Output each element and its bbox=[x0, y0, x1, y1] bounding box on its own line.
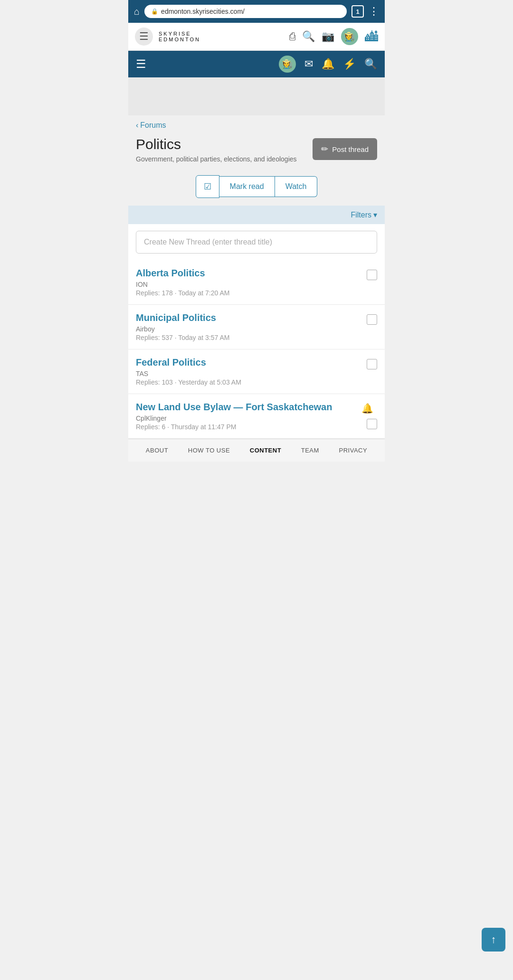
activity-icon[interactable]: ⚡ bbox=[343, 58, 356, 70]
action-buttons: ☑ Mark read Watch bbox=[128, 170, 385, 206]
thread-meta: Replies: 103 · Yesterday at 5:03 AM bbox=[136, 378, 367, 386]
new-thread-input[interactable] bbox=[136, 231, 377, 254]
edit-icon: ✏ bbox=[321, 144, 328, 154]
breadcrumb-forums-link[interactable]: Forums bbox=[140, 121, 166, 130]
tab-count[interactable]: 1 bbox=[352, 5, 364, 18]
thread-meta: Replies: 178 · Today at 7:20 AM bbox=[136, 289, 367, 297]
forum-title: Politics bbox=[136, 136, 297, 152]
thread-checkbox[interactable] bbox=[367, 270, 377, 280]
thread-actions bbox=[367, 357, 377, 369]
breadcrumb-back-icon: ‹ bbox=[136, 121, 138, 130]
filters-chevron-icon: ▾ bbox=[373, 210, 377, 219]
thread-actions bbox=[367, 312, 377, 325]
thread-author: Airboy bbox=[136, 325, 367, 333]
thread-title-federal[interactable]: Federal Politics bbox=[136, 357, 367, 368]
check-all-button[interactable]: ☑ bbox=[196, 175, 219, 198]
camera-icon[interactable]: 📷 bbox=[322, 30, 334, 43]
site-name: SKYRISE bbox=[159, 31, 284, 37]
forum-subtitle: Government, political parties, elections… bbox=[136, 155, 297, 163]
main-content: ‹ Forums Politics Government, political … bbox=[128, 115, 385, 439]
thread-title-bylaw[interactable]: New Land Use Bylaw — Fort Saskatchewan bbox=[136, 402, 361, 413]
user-avatar[interactable]: 🧑‍🌾 bbox=[341, 28, 358, 45]
footer-content-link[interactable]: CONTENT bbox=[250, 447, 281, 454]
nav-icons: 🧑‍🌾 ✉ 🔔 ⚡ 🔍 bbox=[279, 56, 377, 73]
mark-read-button[interactable]: Mark read bbox=[219, 176, 275, 197]
home-icon[interactable]: ⌂ bbox=[134, 6, 140, 17]
thread-meta: Replies: 6 · Thursday at 11:47 PM bbox=[136, 423, 361, 431]
ad-banner bbox=[128, 77, 385, 115]
thread-list: Alberta Politics ION Replies: 178 · Toda… bbox=[128, 260, 385, 439]
footer-about-link[interactable]: ABOUT bbox=[146, 447, 168, 454]
messages-icon[interactable]: ✉ bbox=[304, 58, 313, 70]
nav-bar: ☰ 🧑‍🌾 ✉ 🔔 ⚡ 🔍 bbox=[128, 51, 385, 77]
url-bar[interactable]: 🔒 edmonton.skyrisecities.com/ bbox=[144, 5, 347, 18]
header-icons: ⎙ 🔍 📷 🧑‍🌾 🏙 bbox=[289, 28, 378, 45]
thread-item: Alberta Politics ION Replies: 178 · Toda… bbox=[128, 260, 385, 305]
nav-avatar[interactable]: 🧑‍🌾 bbox=[279, 56, 296, 73]
thread-actions: 🔔 bbox=[361, 402, 377, 429]
nav-menu-icon[interactable]: ☰ bbox=[136, 57, 146, 71]
search-area bbox=[128, 224, 385, 260]
forum-header: Politics Government, political parties, … bbox=[128, 132, 385, 170]
filters-label: Filters bbox=[351, 211, 371, 219]
post-thread-label: Post thread bbox=[332, 145, 369, 153]
filters-bar: Filters ▾ bbox=[128, 206, 385, 224]
thread-content: Alberta Politics ION Replies: 178 · Toda… bbox=[136, 268, 367, 297]
notification-bell-icon[interactable]: 🔔 bbox=[361, 403, 373, 414]
thread-checkbox[interactable] bbox=[367, 314, 377, 325]
share-icon[interactable]: ⎙ bbox=[289, 30, 295, 43]
site-tagline: EDMONTON bbox=[159, 37, 284, 42]
menu-button[interactable]: ☰ bbox=[135, 28, 153, 46]
thread-title-alberta[interactable]: Alberta Politics bbox=[136, 268, 367, 279]
thread-author: TAS bbox=[136, 370, 367, 377]
search-icon[interactable]: 🔍 bbox=[302, 30, 315, 43]
thread-content: Federal Politics TAS Replies: 103 · Yest… bbox=[136, 357, 367, 386]
thread-item: Federal Politics TAS Replies: 103 · Yest… bbox=[128, 349, 385, 394]
browser-chrome: ⌂ 🔒 edmonton.skyrisecities.com/ 1 ⋮ bbox=[128, 0, 385, 23]
forum-title-area: Politics Government, political parties, … bbox=[136, 136, 297, 163]
footer: ABOUT HOW TO USE CONTENT TEAM PRIVACY bbox=[128, 439, 385, 462]
thread-actions bbox=[367, 268, 377, 280]
site-logo: SKYRISE EDMONTON bbox=[159, 31, 284, 42]
site-building-icon: 🏙 bbox=[365, 29, 378, 45]
notifications-icon[interactable]: 🔔 bbox=[322, 58, 334, 70]
thread-title-municipal[interactable]: Municipal Politics bbox=[136, 312, 367, 323]
thread-content: Municipal Politics Airboy Replies: 537 ·… bbox=[136, 312, 367, 341]
filters-link[interactable]: Filters ▾ bbox=[351, 210, 377, 219]
footer-team-link[interactable]: TEAM bbox=[301, 447, 319, 454]
site-header: ☰ SKYRISE EDMONTON ⎙ 🔍 📷 🧑‍🌾 🏙 bbox=[128, 23, 385, 51]
footer-privacy-link[interactable]: PRIVACY bbox=[339, 447, 368, 454]
url-text: edmonton.skyrisecities.com/ bbox=[161, 8, 245, 15]
thread-checkbox[interactable] bbox=[367, 359, 377, 369]
thread-author: CplKlinger bbox=[136, 415, 361, 422]
thread-author: ION bbox=[136, 281, 367, 288]
thread-checkbox[interactable] bbox=[367, 419, 377, 429]
thread-content: New Land Use Bylaw — Fort Saskatchewan C… bbox=[136, 402, 361, 431]
watch-button[interactable]: Watch bbox=[275, 176, 318, 197]
breadcrumb: ‹ Forums bbox=[128, 115, 385, 132]
browser-menu-icon[interactable]: ⋮ bbox=[369, 5, 379, 18]
thread-item: New Land Use Bylaw — Fort Saskatchewan C… bbox=[128, 394, 385, 439]
post-thread-button[interactable]: ✏ Post thread bbox=[313, 138, 377, 160]
check-icon: ☑ bbox=[204, 181, 211, 192]
lock-icon: 🔒 bbox=[151, 8, 158, 15]
nav-search-icon[interactable]: 🔍 bbox=[364, 58, 377, 70]
thread-meta: Replies: 537 · Today at 3:57 AM bbox=[136, 334, 367, 341]
footer-how-to-use-link[interactable]: HOW TO USE bbox=[188, 447, 230, 454]
thread-item: Municipal Politics Airboy Replies: 537 ·… bbox=[128, 305, 385, 349]
